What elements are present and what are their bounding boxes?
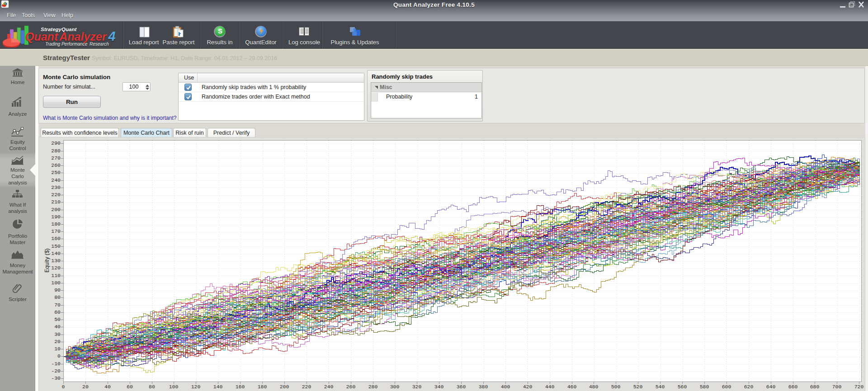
svg-text:S: S [218, 27, 222, 35]
